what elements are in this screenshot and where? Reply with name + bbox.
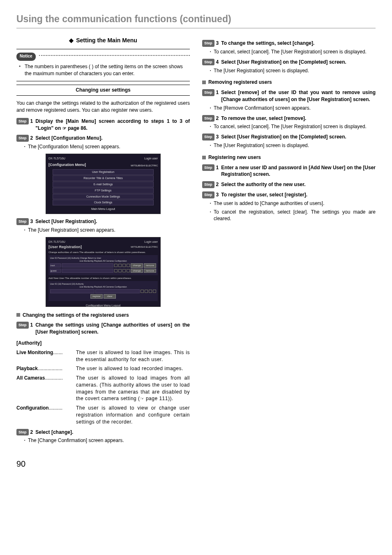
left-column: ◆Setting the Main Menu Notice The number…: [16, 37, 190, 446]
auth-def: The user is allowed to load live images.…: [76, 349, 190, 363]
dots: .......: [53, 349, 76, 363]
new-step-2: Step 2 Select the authority of the new u…: [202, 181, 376, 188]
step-text: Change the settings using [Change author…: [35, 322, 190, 336]
auth-term: Configuration: [16, 405, 49, 425]
step-text: Display the [Main Menu] screen according…: [35, 118, 190, 132]
remove-step-2-bullet: To cancel, select [cancel]. The [User Re…: [214, 123, 376, 130]
right-step-4: Step 4 Select [User Registration] on the…: [202, 59, 376, 66]
mock-row: Connection Mode Settings: [53, 194, 154, 200]
mock-change-btn: change: [131, 269, 143, 273]
section-header-text: Setting the Main Menu: [76, 37, 137, 44]
mock2-headers: User ID Password (16) Authority Change R…: [50, 257, 156, 260]
auth-term: Live Monitoring: [16, 349, 53, 363]
remove-step-3: Step 3 Select [User Registration] on the…: [202, 134, 376, 140]
page-number: 90: [16, 458, 376, 470]
new-step-3-bullet-2: To cancel the registration, select [clea…: [214, 209, 376, 223]
authority-configuration: Configuration.......... The user is allo…: [16, 405, 190, 425]
dots: ..................: [38, 365, 76, 372]
mock-brand: MITSUBISHI ELECTRIC: [131, 164, 158, 167]
change-step-1: Step 1 Change the settings using [Change…: [16, 322, 190, 336]
step-number: 2: [216, 181, 219, 188]
step-text: Select [User Registration].: [35, 218, 190, 225]
notice-text: The numbers in parentheses ( ) of the se…: [25, 63, 190, 77]
left-step-2b-bullet: The [Change Confirmation] screen appears…: [28, 437, 190, 444]
diamond-icon: ◆: [69, 37, 74, 44]
mock-remove-btn: remove: [144, 263, 156, 267]
step-badge: Step: [202, 164, 214, 171]
step-number: 1: [30, 118, 33, 125]
user-registration-screenshot: DX-TL5716U Login user [User Registration…: [46, 237, 161, 307]
dots: .............: [45, 375, 76, 402]
intro-text: You can change the settings related to t…: [16, 100, 190, 114]
step-number: 1: [30, 322, 33, 329]
right-column: Step 3 To change the settings, select [c…: [202, 37, 376, 446]
notice-badge: Notice: [16, 53, 36, 61]
step-badge: Step: [16, 322, 29, 329]
mock-change-btn: change: [131, 263, 143, 267]
step-badge: Step: [202, 115, 214, 122]
reference-icon: ☞: [140, 396, 145, 402]
step-text: To remove the user, select [remove].: [221, 115, 376, 122]
square-icon: [202, 81, 206, 84]
mock-register-btn: register: [90, 294, 103, 298]
step-number: 2: [216, 115, 219, 122]
divider: [16, 49, 190, 49]
notice-dots: [39, 55, 190, 56]
step-badge: Step: [202, 59, 214, 66]
mock-clear-btn: clear: [104, 294, 116, 298]
reference-icon: ☞: [62, 125, 67, 131]
step-number: 3: [216, 191, 219, 198]
mock2-model: DX-TL5716U: [48, 240, 65, 244]
mock2-table1: User ID Password (16) Authority Change R…: [48, 255, 158, 275]
step-text: Select [remove] of the user ID that you …: [221, 89, 376, 103]
step-badge: Step: [16, 429, 29, 436]
dots: ..........: [49, 405, 76, 425]
step-badge: Step: [202, 40, 214, 47]
mock2-addheaders: User ID (16) Password (16) Authority: [50, 283, 156, 286]
sub-section-label: Changing the settings of the registered …: [23, 312, 129, 319]
mock2-brand: MITSUBISHI ELECTRIC: [131, 245, 158, 249]
step-3-bullet: The [User Registration] screen appears.: [28, 227, 190, 234]
sub-section-label: Registering new users: [208, 154, 261, 161]
authority-all-cameras: All Cameras............. The user is all…: [16, 375, 190, 402]
remove-step-1: Step 1 Select [remove] of the user ID th…: [202, 89, 376, 103]
step-badge: Step: [16, 135, 29, 142]
mock2-addlabel: Add New User The allowable number of let…: [48, 276, 158, 280]
auth-def: The user is allowed to view or change us…: [76, 405, 190, 425]
square-icon: [202, 156, 206, 159]
authority-live-monitoring: Live Monitoring....... The user is allow…: [16, 349, 190, 363]
auth-term: Playback: [16, 365, 38, 372]
step-1: Step 1 Display the [Main Menu] screen ac…: [16, 118, 190, 132]
mock-bottom: Main Menu Logout: [48, 207, 158, 211]
mock2-table2: User ID (16) Password (16) Authority Liv…: [48, 281, 158, 301]
right-step-3: Step 3 To change the settings, select [c…: [202, 40, 376, 47]
left-step-2b: Step 2 Select [change].: [16, 429, 190, 436]
sub-heading: Changing user settings: [16, 85, 190, 96]
divider: [16, 81, 190, 81]
registering-users-header: Registering new users: [202, 154, 376, 161]
step-number: 1: [216, 164, 219, 171]
step-1-text-b: page 86.: [67, 125, 88, 131]
step-2-bullet: The [Configuration Menu] screen appears.: [28, 143, 190, 150]
step-badge: Step: [202, 181, 214, 188]
auth-term: All Cameras: [16, 375, 45, 402]
remove-step-3-bullet: The [User Registration] screen is displa…: [214, 142, 376, 149]
section-header: ◆Setting the Main Menu: [16, 37, 190, 45]
new-step-1: Step 1 Enter a new user ID and password …: [202, 164, 376, 178]
def-post: page 111)).: [144, 396, 173, 401]
step-number: 3: [30, 218, 33, 225]
mock-login: Login user: [144, 157, 158, 161]
mock-title: [Configuration Menu]: [48, 162, 86, 168]
authority-heading: [Authority]: [16, 340, 190, 347]
mock-row: User Registration: [53, 169, 154, 175]
step-badge: Step: [16, 118, 29, 125]
step-badge: Step: [202, 134, 214, 140]
sub-section-label: Removing registered users: [208, 79, 272, 86]
remove-step-1-bullet: The [Remove Confirmation] screen appears…: [214, 105, 376, 112]
step-text: Select [change].: [35, 429, 190, 436]
notice-row: Notice: [16, 53, 190, 61]
step-badge: Step: [202, 89, 214, 96]
step-number: 3: [216, 40, 219, 47]
auth-def: The user is allowed to load recorded ima…: [76, 365, 190, 372]
step-text: To register the user, select [register].: [221, 191, 376, 198]
